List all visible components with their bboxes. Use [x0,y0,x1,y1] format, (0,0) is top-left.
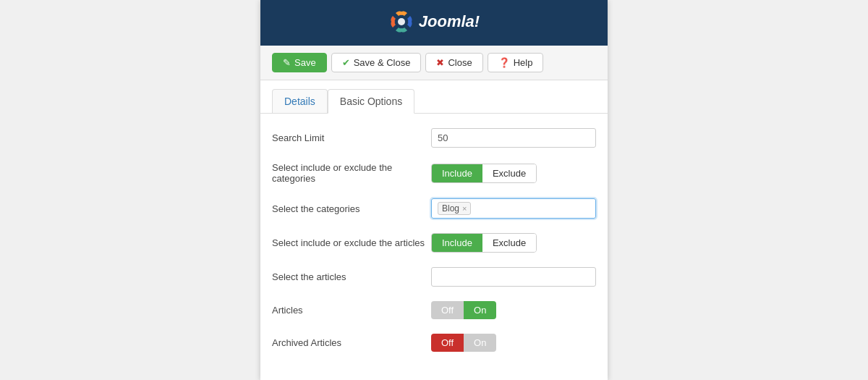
joomla-icon [388,9,414,35]
svg-point-0 [398,18,405,25]
help-icon: ❓ [498,57,510,68]
search-limit-row: Search Limit [272,128,596,148]
articles-toggle-row: Articles Off On [272,301,596,319]
blog-tag-text: Blog [442,203,459,214]
page-wrapper: Joomla! ✎ Save ✔ Save & Close ✖ Close ❓ … [260,0,608,380]
help-button[interactable]: ❓ Help [488,53,544,72]
articles-include-button[interactable]: Include [432,234,482,252]
tab-details[interactable]: Details [272,89,328,113]
search-limit-input[interactable] [431,128,596,148]
search-limit-label: Search Limit [272,132,431,143]
archived-off-button[interactable]: Off [431,334,464,352]
archived-onoff-control: Off On [431,334,596,352]
select-articles-control [431,267,596,287]
archived-toggle-row: Archived Articles Off On [272,334,596,352]
close-label: Close [448,57,472,68]
content-area: Search Limit Select include or exclude t… [260,114,608,380]
categories-btn-group: Include Exclude [431,164,537,183]
categories-include-exclude-label: Select include or exclude the categories [272,162,431,184]
archived-on-button[interactable]: On [464,334,496,352]
categories-exclude-button[interactable]: Exclude [482,164,536,182]
close-button[interactable]: ✖ Close [425,53,482,72]
select-articles-row: Select the articles [272,267,596,287]
check-icon: ✔ [342,57,350,68]
x-icon: ✖ [436,57,444,68]
archived-label: Archived Articles [272,337,431,348]
categories-tag-input[interactable]: Blog × [431,198,596,219]
tabs-bar: Details Basic Options [260,80,608,114]
categories-include-button[interactable]: Include [432,164,482,182]
select-articles-label: Select the articles [272,271,431,282]
categories-include-exclude-row: Select include or exclude the categories… [272,162,596,184]
archived-onoff-group: Off On [431,334,496,352]
save-icon: ✎ [283,57,291,68]
joomla-logo-text: Joomla! [419,12,480,31]
joomla-header: Joomla! [260,0,608,46]
save-label: Save [294,57,316,68]
articles-exclude-button[interactable]: Exclude [482,234,536,252]
blog-tag: Blog × [438,202,471,215]
articles-toggle-group: Include Exclude [431,233,596,253]
save-button[interactable]: ✎ Save [272,53,327,72]
blog-tag-remove[interactable]: × [462,204,467,213]
select-categories-row: Select the categories Blog × [272,198,596,219]
joomla-logo: Joomla! [388,9,480,35]
articles-include-exclude-row: Select include or exclude the articles I… [272,233,596,253]
categories-toggle-group: Include Exclude [431,164,596,183]
articles-label: Articles [272,305,431,316]
toolbar: ✎ Save ✔ Save & Close ✖ Close ❓ Help [260,46,608,80]
search-limit-control [431,128,596,148]
select-categories-control: Blog × [431,198,596,219]
save-close-button[interactable]: ✔ Save & Close [331,53,422,72]
articles-on-button[interactable]: On [464,301,496,319]
articles-include-exclude-label: Select include or exclude the articles [272,237,431,248]
save-close-label: Save & Close [354,57,411,68]
help-label: Help [514,57,533,68]
articles-onoff-group: Off On [431,301,496,319]
articles-onoff-control: Off On [431,301,596,319]
articles-btn-group: Include Exclude [431,233,537,253]
articles-off-button[interactable]: Off [431,301,464,319]
select-categories-label: Select the categories [272,203,431,214]
tab-basic-options[interactable]: Basic Options [328,89,414,114]
articles-input[interactable] [431,267,596,287]
